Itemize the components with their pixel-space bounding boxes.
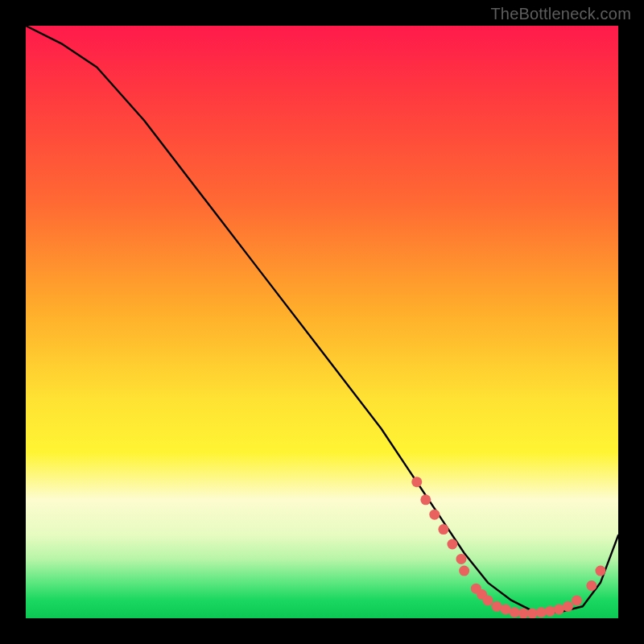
curve-marker: [492, 601, 502, 612]
chart-svg: [26, 26, 618, 618]
curve-marker: [447, 539, 457, 550]
curve-marker: [563, 601, 573, 612]
curve-marker: [536, 607, 547, 617]
curve-marker: [545, 606, 555, 617]
curve-marker: [595, 566, 605, 576]
curve-marker: [554, 604, 564, 614]
curve-markers: [411, 477, 605, 618]
curve-marker: [510, 607, 520, 617]
plot-area: [26, 26, 618, 618]
curve-marker: [483, 595, 493, 605]
curve-marker: [456, 554, 466, 564]
attribution-text: TheBottleneck.com: [490, 5, 631, 23]
curve-marker: [527, 609, 538, 618]
chart-frame: TheBottleneck.com: [0, 0, 644, 644]
curve-marker: [438, 524, 448, 535]
curve-marker: [572, 595, 582, 605]
curve-marker: [459, 566, 469, 576]
bottleneck-curve: [26, 26, 618, 613]
curve-marker: [501, 604, 511, 614]
curve-marker: [429, 510, 440, 520]
curve-marker: [411, 477, 422, 487]
curve-marker: [420, 494, 431, 505]
curve-marker: [586, 580, 597, 591]
